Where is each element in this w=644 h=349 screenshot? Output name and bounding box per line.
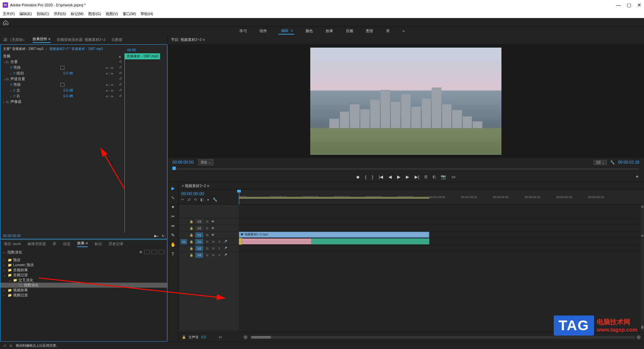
effects-tree-row[interactable]: ⌄📁交叉淡化 — [0, 278, 167, 283]
home-icon[interactable] — [3, 20, 9, 25]
tab-audio-clip-mixer[interactable]: 音频剪辑混合器: 视频素材2~2 — [57, 37, 106, 42]
window-close-button[interactable]: ✕ — [637, 2, 641, 8]
ec-fx-panner[interactable]: 声像器 — [10, 99, 54, 104]
goto-out-button[interactable]: ▶| — [415, 174, 419, 179]
lift-button[interactable]: ⎘ — [425, 174, 427, 179]
audio-track-header[interactable]: 🔒A3⊟MS🎤 — [178, 251, 239, 258]
bypass-checkbox[interactable] — [60, 66, 64, 70]
menu-markers[interactable]: 标记(M) — [71, 11, 84, 16]
clear-search-icon[interactable]: ✕ — [139, 250, 142, 254]
workspace-assembly[interactable]: 组件 — [258, 28, 268, 34]
warning-icon[interactable]: ⚠ — [9, 344, 12, 347]
program-header[interactable]: 节目: 视频素材2~2 ≡ — [168, 35, 644, 44]
tl-wrench-icon[interactable]: 🔧 — [213, 197, 217, 202]
menu-help[interactable]: 帮助(H) — [141, 11, 153, 16]
pen-tool[interactable]: ✎ — [170, 232, 176, 238]
program-viewer[interactable] — [168, 44, 644, 158]
audio-track-header[interactable]: A1🔒A1⊟MS🎤 — [178, 238, 239, 245]
hand-tool[interactable]: ✋ — [170, 241, 176, 247]
preset-filter-2-icon[interactable] — [152, 250, 157, 254]
timeline-timecode[interactable]: 00:00:00:00 — [181, 191, 236, 196]
button-editor-icon[interactable]: + — [636, 174, 639, 180]
workspace-overflow[interactable]: » — [401, 28, 406, 34]
timeline-ruler[interactable]: 00:0000:00:00:1500:00:01:0000:00:01:1500… — [239, 190, 644, 204]
program-playhead[interactable] — [172, 167, 176, 170]
ec-play-icon[interactable]: ▶₀ — [154, 234, 158, 238]
comparison-view-button[interactable]: ▭ — [451, 174, 455, 179]
reset-icon[interactable]: ↺ — [119, 60, 122, 64]
tl-sequence-settings-icon[interactable]: ● — [207, 197, 209, 202]
menu-file[interactable]: 文件(F) — [3, 11, 15, 16]
ec-sequence-clip[interactable]: 视频素材2~2 * 音频素材 - 1967.mp3 — [49, 47, 103, 51]
video-track-header[interactable]: 🔒V3⊟👁 — [178, 218, 239, 225]
ec-clip-chip[interactable]: 音频素材 - 1967.mp3 — [125, 53, 160, 59]
effects-tree-row[interactable]: ›📁Lumetri 预设 — [0, 263, 167, 268]
tab-markers[interactable]: 标记 — [95, 241, 102, 246]
play-button[interactable]: ▶ — [397, 174, 400, 179]
timeline-zoom-scroll[interactable] — [251, 336, 635, 339]
export-frame-button[interactable]: 📷 — [441, 174, 446, 179]
ripple-edit-tool[interactable]: ✦ — [170, 204, 176, 210]
type-tool[interactable]: T — [170, 251, 176, 257]
mark-out-button[interactable]: } — [372, 174, 373, 179]
workspace-libraries[interactable]: 库 — [385, 28, 391, 34]
timeline-vscroll[interactable] — [641, 205, 644, 332]
program-scrub-bar[interactable] — [168, 167, 644, 171]
video-track-header[interactable]: 🔒V1⊟👁 — [178, 231, 239, 238]
timeline-tab[interactable]: × 视频素材2~2 ≡ — [182, 183, 209, 188]
menu-sequence[interactable]: 序列(S) — [54, 11, 66, 16]
workspace-learn[interactable]: 学习 — [238, 28, 248, 34]
workspace-effects[interactable]: 效果 — [324, 28, 334, 34]
ec-fx-volume[interactable]: 音量 — [10, 59, 54, 64]
ec-level-value[interactable]: 0.0 dB — [63, 71, 73, 75]
effects-tree-row[interactable]: ›📁视频效果 — [0, 288, 167, 293]
tab-libraries[interactable]: 库 — [53, 241, 56, 246]
track-content[interactable]: ▣ 视频素材2~2.mp4 — [239, 205, 644, 332]
program-timecode-left[interactable]: 00:00:00:00 — [172, 160, 194, 165]
audio-clip-a1-part2[interactable] — [312, 238, 429, 244]
effects-search-input[interactable] — [7, 250, 137, 254]
tab-info[interactable]: 信息 — [63, 241, 70, 246]
menu-edit[interactable]: 编辑(E) — [19, 11, 32, 16]
effects-tree-row[interactable]: 指数淡化 — [0, 283, 167, 288]
ec-param-level[interactable]: 级别 — [16, 71, 60, 76]
tab-media-browser[interactable]: 媒体浏览器 — [28, 241, 46, 246]
add-marker-button[interactable]: ◆ — [356, 174, 360, 179]
selection-tool[interactable]: ▶ — [170, 185, 176, 191]
ec-timecode[interactable]: 00:00:00:00 — [3, 234, 21, 238]
extract-button[interactable]: ⎗ — [433, 174, 435, 179]
program-timecode-right[interactable]: 00:00:02:18 — [618, 160, 639, 165]
ec-param-right[interactable]: 右 — [16, 94, 60, 99]
workspace-graphics[interactable]: 图形 — [365, 28, 375, 34]
tl-settings-icon[interactable]: ◧ — [200, 197, 204, 202]
menu-clip[interactable]: 剪辑(C) — [37, 11, 49, 16]
tab-metadata[interactable]: 元数据 — [111, 37, 122, 42]
tab-source[interactable]: 源:（无剪辑） — [3, 37, 26, 42]
step-back-button[interactable]: ◀ — [388, 174, 392, 179]
tl-linked-selection-icon[interactable]: ⇄ — [187, 197, 191, 202]
slip-tool[interactable]: ⇔ — [170, 223, 176, 229]
tl-zoom-out[interactable] — [244, 335, 248, 339]
mark-in-button[interactable]: { — [365, 174, 366, 179]
tab-effect-controls[interactable]: 效果控件 ≡ — [33, 37, 50, 43]
effects-tree-row[interactable]: ›📁音频效果 — [0, 268, 167, 273]
menu-graphics[interactable]: 图形(G) — [88, 11, 101, 16]
goto-in-button[interactable]: |◀ — [379, 174, 383, 179]
tab-effects[interactable]: 效果 ≡ — [77, 241, 88, 247]
ec-loop-icon[interactable]: ↻ — [162, 234, 164, 238]
ec-fx-channel-volume[interactable]: 声道音量 — [10, 76, 54, 81]
window-minimize-button[interactable]: — — [616, 2, 621, 8]
ec-param-bypass2[interactable]: 旁路 — [13, 82, 57, 87]
tab-project[interactable]: 项目: work — [4, 241, 21, 246]
preset-filter-3-icon[interactable] — [159, 250, 164, 254]
preset-filter-1-icon[interactable] — [144, 250, 150, 254]
ec-mini-timeline[interactable]: 音频素材 - 1967.mp3 — [124, 53, 167, 233]
effects-tree-row[interactable]: ›📁视频过渡 — [0, 293, 167, 298]
menu-window[interactable]: 窗口(W) — [123, 11, 136, 16]
tl-marker-icon[interactable]: ⟲ — [194, 197, 197, 202]
tab-history[interactable]: 历史记录 — [109, 241, 123, 246]
workspace-audio[interactable]: 音频 — [344, 28, 355, 34]
razor-tool[interactable]: ✂ — [170, 213, 176, 219]
ec-master-clip[interactable]: 主要* 音频素材 - 1967.mp3 — [3, 47, 43, 51]
tl-zoom-in[interactable] — [637, 335, 641, 339]
